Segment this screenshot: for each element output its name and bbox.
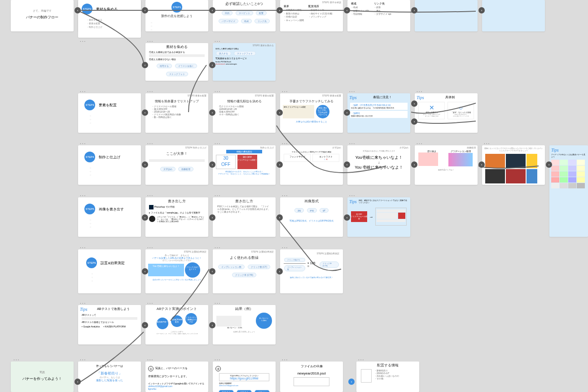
nav[interactable]: ‹ [142, 214, 148, 221]
step-text: 画像を書き出す [99, 207, 124, 212]
eq: × 100 = [307, 261, 317, 268]
step-badge: STEP1 [171, 2, 182, 13]
nav[interactable]: ‹ [344, 109, 350, 116]
nav[interactable]: ‹ [344, 7, 350, 13]
intro-sub: さて、本編です [11, 9, 74, 13]
foot: 大事なのは頭の整理をすること [280, 120, 343, 123]
card-r4-3: 書き出し方 PSDファイルを確認してある場所で開き、「ファイル名@name」とし… [213, 197, 276, 237]
pill: 目的 [222, 11, 233, 15]
dots: ... [80, 38, 86, 43]
nav[interactable]: ‹ [276, 7, 283, 13]
url-link[interactable]: https://goo.gl/LLiWei [220, 377, 268, 380]
card-r3-6: 画像処理 切り抜き グラデーション処理 細部作品だとでは！ [415, 145, 478, 185]
text: 広告等に該当するものは、その使用内容及び表示方法 [351, 107, 394, 109]
nav[interactable]: ‹ [276, 161, 283, 168]
nav[interactable]: ‹ [209, 161, 215, 168]
nav[interactable]: › [411, 118, 417, 125]
title: 情報を箇条書きでリストアップ [145, 98, 208, 105]
col: 配置場所 [308, 4, 332, 9]
nav[interactable]: › [478, 161, 485, 168]
pill: インプレッション数 [218, 265, 245, 269]
dots: ... [147, 356, 154, 361]
nav[interactable]: ‹ [142, 268, 148, 274]
nav-prev[interactable]: ‹ [75, 7, 81, 13]
item: 掲載案件の情報 [284, 9, 304, 12]
nav[interactable]: ‹ [209, 322, 215, 328]
nav[interactable]: ‹ [209, 268, 215, 274]
text: ファイル名は「sample.jpg」のような形で英数字 [151, 211, 200, 214]
nav[interactable]: ‹ [344, 161, 350, 168]
nav[interactable]: › [411, 161, 417, 168]
num: ② [215, 366, 221, 371]
card-r5-2: STEP6 設置&効果測定 作って納めず、きちんと バナーを設置したURL先の効… [145, 249, 208, 293]
item: 自社サイト内 [308, 9, 332, 12]
nav[interactable]: ‹ [142, 62, 148, 68]
pill: バナーサイズ [219, 19, 238, 23]
nav[interactable]: ‹ [142, 161, 148, 168]
text: Photoshop での手順 [154, 205, 174, 208]
step-badge: STEP2 [82, 4, 92, 14]
nav[interactable]: › [411, 100, 417, 107]
text-after: You 壱岐に来ちゃいなよ！ [347, 165, 410, 170]
nav[interactable]: ‹ [344, 214, 350, 221]
card-practice: 実践 バナーを作ってみよう！ [11, 362, 74, 392]
text: ・強調点 [351, 112, 360, 114]
nav[interactable]: ‹ [209, 7, 215, 13]
nav[interactable]: ‹ [276, 268, 283, 274]
item: ※※一部商品は除く [219, 113, 269, 116]
nav[interactable]: ‹ [142, 322, 148, 328]
title: 書き出し方 [213, 197, 276, 205]
head: 文字詰め [347, 145, 410, 150]
bubble: クリックされてる？？？ [185, 262, 200, 278]
nav[interactable]: ‹ [209, 109, 215, 116]
pill: gif [320, 208, 328, 213]
card-r6-3: 結果（例） A パターン：1.5% B パターン 1.58% 結果を見て改善しま… [213, 305, 276, 344]
dots: ... [417, 140, 423, 145]
dots: ... [282, 88, 288, 93]
card-r3-2: STEP4 制作と仕上げ ここが大事！ 文字詰め 画像処理 [145, 145, 208, 185]
dots: ... [80, 88, 86, 93]
dots: ... [215, 192, 221, 197]
pill: 購入する [216, 51, 231, 56]
item: 構成 [351, 6, 369, 9]
item: ・その他 [374, 377, 399, 380]
nav[interactable]: ‹ [209, 62, 215, 68]
nav[interactable]: ‹ [276, 214, 283, 221]
dots: ... [147, 244, 154, 249]
nav[interactable]: › [546, 161, 552, 168]
text: 撮影した写真を使った [78, 379, 141, 383]
nav[interactable]: ‹ [142, 109, 148, 116]
title: 配置する情報 [356, 362, 419, 369]
title: 作ってもらうバナーは [78, 364, 141, 368]
card-r1-2: 素材を集める ①使える素材は全てあるか確認する ②使える素材が少ない場合 構写す… [145, 43, 208, 81]
pill: 文字詰め [160, 167, 176, 171]
nav[interactable]: ‹ [209, 214, 215, 221]
card-step2: STEP2 素材を集める 素材を集める 要素を配置 制作と仕上げ [78, 0, 141, 38]
dots: ... [282, 192, 288, 197]
nav[interactable]: › [478, 7, 485, 13]
nav[interactable]: › [411, 7, 417, 13]
title: 写真と、バナーのベースを 作業環境にダウンロードします。 [148, 367, 189, 378]
step-badge: STEP6 [86, 257, 97, 268]
pill: 配置 [256, 11, 267, 15]
li: 制作と仕上げ [87, 25, 137, 29]
card-r0-7 [482, 0, 545, 31]
title: 画像形式 [280, 197, 343, 205]
dots: ... [80, 140, 86, 145]
col: グラデーション処理 [447, 150, 474, 152]
card-r6-1: Tips ABテストで改善しよう ABテストって ABテストの基礎とできるツール… [78, 305, 141, 344]
text: 強調の表現の使い分が大切 [351, 115, 373, 117]
li: 素材を集める [87, 18, 137, 22]
nav[interactable]: ‹ [276, 109, 283, 116]
nav[interactable]: › [75, 379, 81, 385]
brand: shutterstock [215, 63, 225, 65]
dots: ... [349, 140, 355, 145]
pills: 目的 ターゲット 配置 バナーサイズ 構成 リンク先 [213, 8, 276, 24]
dots: ... [282, 356, 288, 361]
dots: ... [215, 88, 221, 93]
nav[interactable]: ‹ [142, 7, 148, 13]
nav[interactable]: › [348, 379, 355, 385]
circle: 配信条件統一 [157, 318, 168, 329]
tips-icon: Tips [417, 95, 424, 100]
step-text: 設置&効果測定 [101, 261, 124, 266]
